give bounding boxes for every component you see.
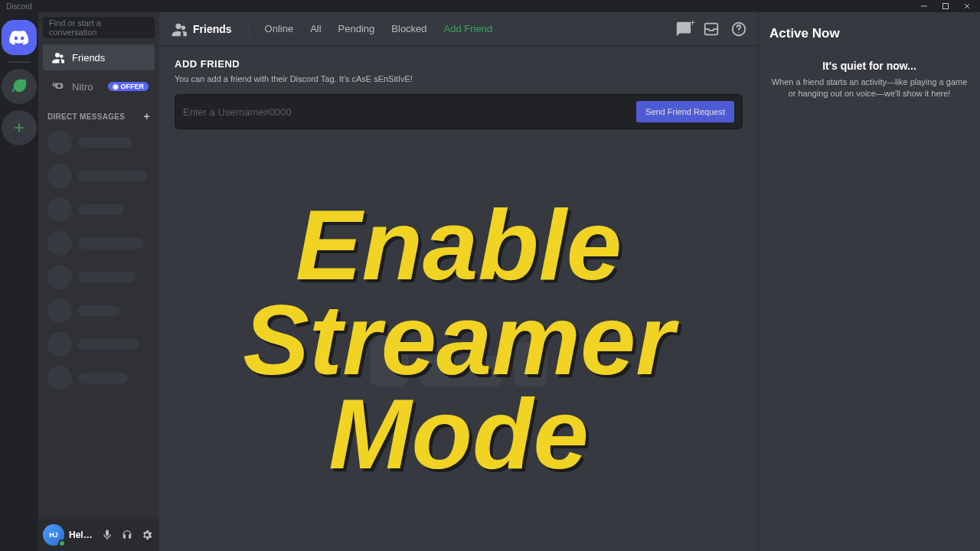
server-list <box>0 12 38 551</box>
create-dm-button[interactable]: + <box>144 110 150 122</box>
status-online-icon <box>58 540 66 547</box>
svg-point-10 <box>738 31 739 32</box>
leaf-icon <box>11 78 28 95</box>
friends-icon <box>170 21 187 37</box>
new-group-dm-button[interactable]: + <box>675 21 692 37</box>
top-bar: Friends Online All Pending Blocked Add F… <box>159 12 758 46</box>
user-avatar[interactable]: HJ <box>43 524 64 546</box>
conversation-search[interactable]: Find or start a conversation <box>43 17 155 38</box>
dm-placeholder <box>38 361 159 395</box>
user-panel: HJ Helper Joel <box>38 519 159 551</box>
settings-button[interactable] <box>139 527 155 543</box>
deafen-button[interactable] <box>119 527 135 543</box>
plus-icon <box>12 121 26 135</box>
add-friend-section: ADD FRIEND You can add a friend with the… <box>159 46 758 129</box>
offer-badge: ◉ OFFER <box>108 82 149 91</box>
active-now-quiet-title: It's quiet for now... <box>769 60 969 72</box>
server-separator <box>8 61 31 63</box>
window-title: Discord <box>3 2 32 11</box>
divider <box>249 21 250 37</box>
window-close-button[interactable] <box>957 0 977 12</box>
tab-add-friend[interactable]: Add Friend <box>438 20 499 37</box>
dm-placeholder <box>38 126 159 159</box>
discord-logo-icon <box>9 30 29 45</box>
tab-blocked[interactable]: Blocked <box>385 20 433 37</box>
dm-placeholder <box>38 328 159 361</box>
sidebar-item-friends[interactable]: Friends <box>43 44 155 70</box>
sidebar-item-nitro[interactable]: Nitro ◉ OFFER <box>43 73 155 99</box>
title-bar: Discord <box>0 0 980 12</box>
window-maximize-button[interactable] <box>936 0 956 12</box>
tab-pending[interactable]: Pending <box>332 20 381 37</box>
main-area: Friends Online All Pending Blocked Add F… <box>159 12 980 551</box>
tab-all[interactable]: All <box>304 20 327 37</box>
dm-skeleton-list <box>38 126 159 395</box>
server-item[interactable] <box>2 69 37 104</box>
dm-placeholder <box>38 260 159 294</box>
search-placeholder: Find or start a conversation <box>49 18 149 37</box>
nitro-icon <box>51 79 64 94</box>
overlay-line-3: Mode <box>328 387 588 482</box>
dm-placeholder <box>38 193 159 227</box>
dm-placeholder <box>38 159 159 193</box>
add-friend-desc: You can add a friend with their Discord … <box>175 74 743 83</box>
friends-icon <box>51 50 64 65</box>
dm-section-header: DIRECT MESSAGES + <box>38 101 159 126</box>
empty-state-illustration <box>359 295 558 386</box>
topbar-title: Friends <box>193 23 232 35</box>
help-button[interactable] <box>730 21 747 37</box>
active-now-quiet-desc: When a friend starts an activity—like pl… <box>769 77 969 100</box>
svg-rect-1 <box>943 4 949 9</box>
dm-header-label: DIRECT MESSAGES <box>47 112 125 121</box>
dm-sidebar: Find or start a conversation Friends Nit… <box>38 12 159 551</box>
tab-online[interactable]: Online <box>259 20 300 37</box>
window-minimize-button[interactable] <box>914 0 934 12</box>
home-button[interactable] <box>2 20 37 55</box>
mute-button[interactable] <box>100 527 115 543</box>
dm-placeholder <box>38 294 159 328</box>
add-friend-input-row: Send Friend Request <box>175 94 743 129</box>
active-now-panel: Active Now It's quiet for now... When a … <box>758 12 980 551</box>
active-now-title: Active Now <box>769 26 969 41</box>
sidebar-item-label: Nitro <box>72 81 93 93</box>
dm-placeholder <box>38 227 159 260</box>
send-friend-request-button[interactable]: Send Friend Request <box>636 101 734 122</box>
sidebar-item-label: Friends <box>72 52 105 64</box>
add-friend-title: ADD FRIEND <box>175 58 743 70</box>
add-friend-input[interactable] <box>183 106 636 118</box>
user-name: Helper Joel <box>69 530 95 540</box>
add-server-button[interactable] <box>2 110 37 145</box>
inbox-button[interactable] <box>703 21 720 37</box>
overlay-line-1: Enable <box>296 198 622 293</box>
